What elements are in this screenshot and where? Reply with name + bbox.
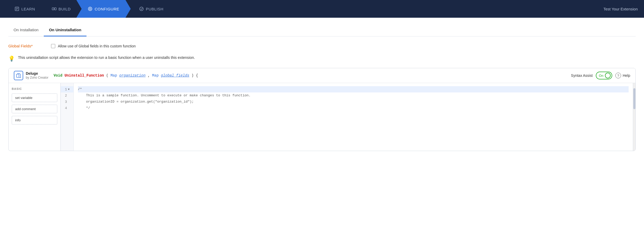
code-line-1: /*: [78, 86, 629, 92]
deluge-text: Deluge by Zoho Creator: [26, 71, 48, 79]
line-number-4: 4: [61, 105, 73, 111]
build-icon: [52, 7, 57, 11]
info-emoji: 💡: [8, 55, 15, 62]
global-fields-checkbox-row: Allow use of Global fields in this custo…: [51, 44, 136, 48]
nav-build-label: BUILD: [59, 7, 71, 11]
nav-item-publish[interactable]: PUBLISH: [131, 0, 172, 18]
global-fields-checkbox[interactable]: [51, 44, 55, 48]
code-area: 1 ▼ 2 3 4 /*: [61, 83, 635, 151]
help-button[interactable]: ? Help: [615, 73, 630, 78]
global-fields-checkbox-label: Allow use of Global fields in this custo…: [58, 44, 136, 48]
code-line-2: This is a sample function. Uncomment to …: [78, 92, 629, 99]
svg-rect-10: [16, 74, 19, 77]
fold-arrow-1[interactable]: ▼: [68, 88, 70, 91]
line-number-2: 2: [61, 92, 73, 99]
editor-body: BASIC set variable add comment info 1 ▼: [9, 83, 635, 151]
line-numbers: 1 ▼ 2 3 4: [61, 83, 74, 151]
function-signature: Void Uninstall_Function ( Map organizati…: [48, 73, 571, 78]
test-extension-button[interactable]: Test Your Extension: [603, 7, 638, 11]
toggle-on-text: On: [599, 74, 603, 78]
fn-param-global: global_fields: [161, 73, 189, 78]
line-number-1: 1 ▼: [61, 86, 73, 92]
editor-container: Deluge by Zoho Creator Void Uninstall_Fu…: [8, 68, 636, 151]
tabs-container: On Installation On Uninstallation: [8, 24, 636, 36]
nav-learn-label: LEARN: [21, 7, 35, 11]
deluge-logo: Deluge by Zoho Creator: [14, 71, 48, 80]
code-line-3: organizationID = organization.get("organ…: [78, 99, 629, 105]
fn-param-map1: Map: [110, 73, 117, 78]
info-banner-text: This uninstallation script allows the ex…: [18, 55, 195, 60]
scrollbar[interactable]: [633, 83, 635, 151]
sidebar-item-info[interactable]: info: [12, 116, 57, 124]
svg-point-9: [140, 7, 143, 11]
tab-on-uninstallation[interactable]: On Uninstallation: [44, 24, 86, 36]
deluge-sub: by Zoho Creator: [26, 76, 48, 79]
nav-publish-label: PUBLISH: [146, 7, 164, 11]
toggle-circle: [605, 73, 611, 78]
fn-param-org: organization: [119, 73, 146, 78]
info-banner: 💡 This uninstallation script allows the …: [8, 55, 636, 62]
fn-keyword: Void: [54, 73, 63, 78]
line-number-3: 3: [61, 99, 73, 105]
code-content[interactable]: /* This is a sample function. Uncomment …: [74, 83, 633, 151]
svg-rect-4: [52, 8, 54, 10]
editor-sidebar-panel: BASIC set variable add comment info: [9, 83, 61, 151]
scrollbar-thumb: [633, 88, 635, 109]
configure-icon: [88, 7, 92, 11]
nav-item-learn[interactable]: LEARN: [6, 0, 44, 18]
fn-param-map2: Map: [152, 73, 159, 78]
deluge-name: Deluge: [26, 71, 48, 76]
svg-point-8: [89, 8, 91, 10]
nav-items: LEARN BUILD CONFIGURE: [6, 0, 603, 18]
top-nav: LEARN BUILD CONFIGURE: [0, 0, 644, 18]
main-content: On Installation On Uninstallation Global…: [0, 18, 644, 157]
learn-icon: [15, 7, 19, 11]
nav-item-build[interactable]: BUILD: [44, 0, 79, 18]
syntax-assist-label: Syntax Assist: [571, 73, 593, 78]
help-label: Help: [623, 73, 630, 78]
nav-item-configure[interactable]: CONFIGURE: [76, 0, 131, 18]
deluge-icon: [14, 71, 23, 80]
svg-point-7: [88, 7, 92, 11]
sidebar-section-label: BASIC: [12, 87, 57, 90]
svg-rect-5: [54, 8, 56, 10]
syntax-assist-area: Syntax Assist On ? Help: [571, 72, 630, 79]
help-icon: ?: [615, 73, 621, 78]
tab-on-installation[interactable]: On Installation: [8, 24, 44, 36]
global-fields-row: Global Fields* Allow use of Global field…: [8, 44, 636, 48]
code-line-4: */: [78, 105, 629, 111]
nav-configure-label: CONFIGURE: [95, 7, 119, 11]
sidebar-item-set-variable[interactable]: set variable: [12, 93, 57, 102]
fn-name: Uninstall_Function: [65, 73, 104, 78]
syntax-assist-toggle[interactable]: On: [596, 72, 612, 79]
sidebar-item-add-comment[interactable]: add comment: [12, 105, 57, 113]
publish-icon: [139, 7, 144, 11]
global-fields-label: Global Fields*: [8, 44, 45, 48]
editor-header: Deluge by Zoho Creator Void Uninstall_Fu…: [9, 68, 635, 83]
